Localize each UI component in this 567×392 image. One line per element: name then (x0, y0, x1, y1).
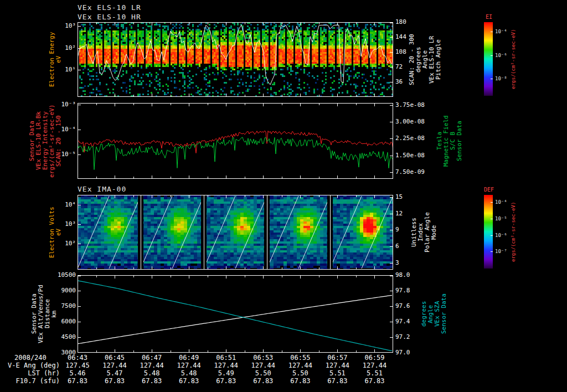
axis-title-line: Magnetic Field (443, 103, 450, 179)
table-cell: 127.44 (212, 362, 240, 369)
axis-tick-label: 1.50e-08 (395, 152, 434, 159)
axis-tick-label: 2.25e-08 (395, 135, 434, 142)
colorbar-tick-label: 10⁻⁴ (495, 29, 507, 34)
panel1-title-line2: VEx ELS-10 HR (78, 13, 141, 21)
panel-right-label: Sensor DataVEx SZAAngledegrees (421, 275, 447, 353)
table-cell: 5.48 (137, 370, 166, 377)
axis-tick-label: 7.50e-09 (395, 169, 434, 176)
colorbar-tick-mark (491, 79, 493, 79)
table-cell: 127.44 (323, 362, 352, 369)
axis-title-line: S/C B (450, 103, 456, 179)
table-cell: 67.83 (137, 378, 166, 385)
colorbar-tick-label: 10⁻⁶ (495, 233, 507, 238)
colorbar-tick-mark (491, 202, 493, 203)
table-cell: 5.48 (174, 370, 203, 377)
time-tick-label: 06:49 (176, 354, 202, 362)
table-cell: 5.47 (100, 370, 129, 377)
els-intensity-lines-canvas (78, 103, 393, 179)
colorbar-tick-mark (491, 235, 493, 236)
time-tick-label: 06:59 (361, 354, 388, 362)
axis-title-line: degrees (421, 275, 427, 353)
colorbar-tick-label: 10⁻⁶ (495, 53, 507, 58)
colorbar-tick-label: 10⁻⁵ (495, 216, 507, 221)
axis-title-line: km (51, 275, 58, 353)
table-row-label: V-E Ang (deg) (1, 362, 60, 369)
table-row-label: F10.7 (sfu) (1, 378, 60, 385)
colorbar-gradient (484, 22, 493, 96)
colorbar-units-label: ergs/(cm²-sr-sec-eV) (511, 195, 516, 269)
table-cell: 127.44 (137, 362, 166, 369)
table-cell: 5.51 (323, 370, 352, 377)
axis-title-line: Tesla (436, 103, 443, 179)
axis-title-line: Mode (431, 195, 437, 270)
colorbar-tick-mark (491, 32, 493, 32)
table-cell: 5.50 (249, 370, 277, 377)
axis-title-line: VEx ELS-10 LR (429, 22, 435, 97)
table-cell: 5.46 (63, 370, 92, 377)
time-tick-label: 06:57 (324, 354, 350, 362)
time-tick-label: 06:45 (101, 354, 128, 362)
axis-title-line: Pitch Angle (435, 22, 442, 97)
axis-title-line: Index (417, 195, 424, 270)
panel-left-label: Electron EnergyeV (49, 22, 62, 97)
ima-spectrogram-canvas (78, 195, 393, 270)
axis-title-line: Polar Angle (424, 195, 431, 270)
panel-left-label: Electron VoltseV (49, 195, 62, 270)
time-tick-label: 06:51 (213, 354, 239, 362)
table-cell: 5.49 (212, 370, 240, 377)
table-cell: 127.44 (286, 362, 315, 369)
panel-left-label: Sensor DataVEx ELS-10 LR-BkEnergy Intens… (29, 103, 62, 179)
colorbar-tick-mark (491, 55, 493, 56)
colorbar-units-label: ergs/(cm²-sr-sec-eV) (511, 22, 516, 96)
table-cell: 67.83 (174, 378, 203, 385)
axis-title-line: Sensor Data (441, 275, 447, 353)
table-row-label: LST (hr) (1, 370, 60, 377)
table-cell: 127.44 (174, 362, 203, 369)
axis-title-line: Unitless (411, 195, 417, 270)
table-cell: 67.83 (212, 378, 240, 385)
panel-right-label: ModePolar AngleIndexUnitless (411, 195, 437, 270)
table-cell: 5.50 (286, 370, 315, 377)
time-tick-label: 06:55 (287, 354, 313, 362)
colorbar-tick-mark (491, 251, 493, 252)
colorbar-title: EI (482, 14, 496, 20)
table-cell: 67.83 (360, 378, 389, 385)
colorbar-title: DEF (482, 187, 496, 193)
table-cell: 67.83 (286, 378, 315, 385)
table-cell: 67.83 (323, 378, 352, 385)
axis-title-line: SCAN: 20 - 300 (409, 22, 415, 97)
table-cell: 127.44 (100, 362, 129, 369)
axis-title-line: Sensor Data (456, 103, 463, 179)
time-tick-label: 06:43 (64, 354, 91, 362)
table-cell: 127.45 (63, 362, 92, 369)
time-tick-label: 06:47 (138, 354, 165, 362)
colorbar-tick-mark (491, 219, 493, 219)
time-tick-label: 06:53 (250, 354, 276, 362)
table-cell: 67.83 (63, 378, 92, 385)
table-cell: 67.83 (100, 378, 129, 385)
panel3-title: VEx IMA-00 (78, 185, 126, 193)
colorbar-gradient (484, 195, 493, 269)
ephemeris-lines-canvas (78, 275, 393, 353)
axis-title-line: Angle (427, 275, 434, 353)
panel-right-label: Sensor DataS/C BMagnetic FieldTesla (436, 103, 463, 179)
axis-title-line: Angle (422, 22, 429, 97)
colorbar-tick-label: 10⁻⁷ (495, 249, 507, 254)
panel1-title-line1: VEx ELS-10 LR (78, 3, 141, 12)
axis-title-line: SCAN: 20 - 150 (55, 103, 62, 179)
colorbar-tick-label: 10⁻⁴ (495, 199, 507, 205)
date-label: 2008/240 (14, 354, 47, 362)
panel-right-label: Pitch AngleVEx ELS-10 LRAngledegreesSCAN… (409, 22, 442, 97)
table-cell: 5.51 (360, 370, 389, 377)
vex-quicklook-window: VEx ELS-10 LR VEx ELS-10 HR VEx IMA-00 1… (0, 0, 567, 392)
table-cell: 67.83 (249, 378, 277, 385)
colorbar-tick-label: 10⁻⁸ (495, 76, 507, 81)
axis-tick-label: 3.00e-08 (395, 118, 434, 125)
table-cell: 127.44 (360, 362, 389, 369)
els-energy-spectrogram-canvas (78, 22, 393, 97)
axis-tick-label: 3.75e-08 (395, 102, 434, 109)
axis-title-line: VEx SZA (434, 275, 441, 353)
axis-title-line: degrees (415, 22, 422, 97)
axis-title-line: eV (55, 195, 62, 270)
panel-left-label: Sensor DataVEx Alt/Venus/PdDistancekm (31, 275, 58, 353)
